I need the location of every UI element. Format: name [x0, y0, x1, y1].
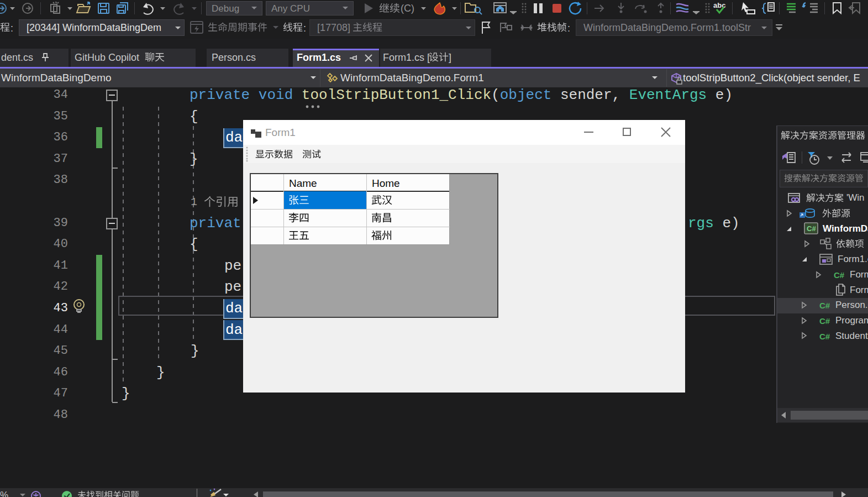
svg-text:C#: C#: [807, 224, 816, 233]
